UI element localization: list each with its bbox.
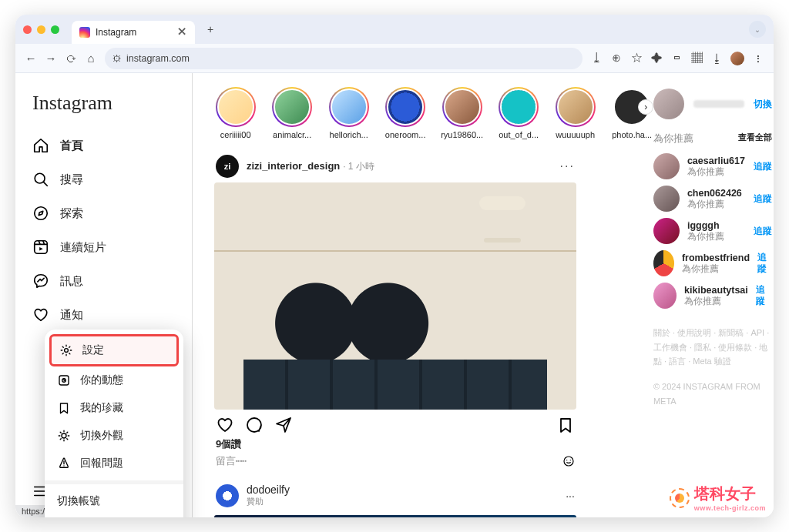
menu-item-label: 切換外觀 — [80, 429, 123, 443]
minimize-window-icon[interactable] — [37, 25, 45, 34]
sidebar-item-compass[interactable]: 探索 — [25, 196, 183, 230]
post-image[interactable] — [214, 182, 576, 410]
menu-item-label: 回報問題 — [80, 457, 123, 470]
suggestion-avatar[interactable] — [653, 283, 677, 309]
tab-close-icon[interactable]: ✕ — [177, 26, 187, 38]
suggestion-username[interactable]: chen062426 — [687, 188, 742, 199]
instagram-logo[interactable]: Instagram — [25, 92, 183, 129]
bookmark-icon — [57, 401, 71, 415]
sidebar-item-messenger[interactable]: 訊息 — [25, 264, 183, 298]
stories-next-button[interactable]: photo.ha... — [610, 87, 653, 139]
sidebar-item-home[interactable]: 首頁 — [25, 129, 183, 162]
main-column: ceriiiii00animalcr...hellorich...oneroom… — [193, 73, 774, 517]
tabs-dropdown-icon[interactable]: ⌄ — [749, 21, 766, 38]
extensions-icon[interactable]: ✦ — [650, 52, 663, 65]
share-icon[interactable] — [274, 416, 293, 434]
suggestion-avatar[interactable] — [653, 218, 680, 244]
install-app-icon[interactable]: ⤓ — [590, 52, 603, 65]
sidebar-item-search[interactable]: 搜尋 — [25, 162, 183, 196]
bookmark-star-icon[interactable]: ☆ — [630, 52, 643, 65]
footer-links: 關於 · 使用說明 · 新聞稿 · API · 工作機會 · 隱私 · 使用條款… — [653, 326, 772, 408]
kebab-menu-icon[interactable]: ⋮ — [752, 52, 764, 65]
story-item[interactable]: wuuuuuph — [554, 87, 597, 139]
address-bar[interactable]: ⚙ instagram.com — [105, 48, 583, 69]
reload-icon[interactable]: ⟳ — [65, 52, 77, 65]
suggestion-reason: 為你推薦 — [687, 231, 724, 243]
story-item[interactable]: ryu19860... — [441, 87, 484, 139]
suggestion-username[interactable]: caesarliu617 — [687, 156, 745, 166]
suggestion-avatar[interactable] — [653, 186, 680, 212]
story-item[interactable]: hellorich... — [327, 87, 371, 139]
suggestion-avatar[interactable] — [653, 153, 680, 179]
sponsored-avatar[interactable] — [216, 484, 239, 507]
story-username: ceriiiii00 — [220, 130, 251, 139]
suggestion-row: iggggh 為你推薦 追蹤 — [653, 218, 772, 244]
sidebar-item-label: 探索 — [60, 206, 83, 221]
story-username: wuuuuuph — [556, 130, 595, 139]
current-user-avatar[interactable] — [653, 89, 684, 119]
menu-switch-account[interactable]: 切換帳號 — [49, 487, 179, 515]
see-all-link[interactable]: 查看全部 — [738, 132, 772, 146]
post-options-icon[interactable]: ··· — [560, 159, 575, 173]
cast-icon[interactable]: ▭ — [670, 52, 683, 65]
sponsored-options-icon[interactable]: ··· — [566, 490, 575, 502]
post-author-username[interactable]: zizi_interior_design — [247, 160, 340, 172]
story-item[interactable]: animalcr... — [270, 87, 314, 139]
site-settings-icon[interactable]: ⚙ — [112, 53, 122, 64]
sponsored-post-header: dodoeilfy 贊助 ··· — [214, 476, 576, 510]
menu-item-report[interactable]: 回報問題 — [49, 450, 179, 477]
gear-icon — [59, 343, 73, 357]
home-icon[interactable]: ⌂ — [85, 52, 97, 65]
like-icon[interactable] — [216, 416, 234, 434]
feed-post: zi zizi_interior_design · 1 小時 ··· — [214, 150, 576, 517]
menu-item-theme[interactable]: 切換外觀 — [49, 422, 179, 450]
switch-account-link[interactable]: 切換 — [754, 98, 772, 111]
comment-input[interactable]: 留言⋯⋯ — [216, 454, 247, 468]
back-icon[interactable]: ← — [25, 52, 37, 65]
zoom-icon[interactable]: ⊕ — [610, 52, 623, 65]
theme-icon — [57, 429, 71, 443]
browser-tab[interactable]: Instagram ✕ — [72, 21, 195, 44]
follow-button[interactable]: 追蹤 — [754, 193, 772, 205]
window-controls[interactable] — [23, 25, 59, 34]
sidebar-item-heart[interactable]: 通知 — [25, 298, 183, 332]
sidebar-item-reels[interactable]: 連續短片 — [25, 230, 183, 264]
suggestion-reason: 為你推薦 — [687, 199, 742, 210]
suggestion-username[interactable]: iggggh — [687, 220, 724, 231]
suggestion-avatar[interactable] — [653, 250, 674, 276]
post-author-avatar[interactable]: zi — [216, 155, 239, 178]
menu-item-gear[interactable]: 設定 — [49, 334, 179, 366]
maximize-window-icon[interactable] — [51, 25, 59, 34]
stories-tray[interactable]: ceriiiii00animalcr...hellorich...oneroom… — [214, 81, 653, 144]
menu-item-activity[interactable]: 你的動態 — [49, 366, 179, 394]
story-item[interactable]: ceriiiii00 — [214, 87, 257, 139]
comment-icon[interactable] — [245, 416, 264, 434]
report-icon — [57, 457, 71, 470]
menu-item-bookmark[interactable]: 我的珍藏 — [49, 394, 179, 422]
save-icon[interactable] — [556, 416, 575, 434]
suggestion-reason: 為你推薦 — [682, 263, 750, 275]
story-item[interactable]: out_of_d... — [497, 87, 540, 139]
follow-button[interactable]: 追蹤 — [757, 252, 772, 275]
follow-button[interactable]: 追蹤 — [754, 161, 772, 172]
profile-avatar-icon[interactable] — [730, 52, 744, 65]
qr-icon[interactable]: ▦ — [690, 52, 703, 65]
story-username: hellorich... — [330, 130, 368, 139]
sidebar: Instagram 首頁搜尋探索連續短片訊息通知 更多 設定你的動態我的珍藏切換… — [15, 73, 193, 517]
suggestion-username[interactable]: kikibeautytsai — [684, 285, 748, 296]
sponsored-banner[interactable]: ▮ 類像高研院 DoDo EILFY 辦公精進 桌面有序效率 UP↗ — [214, 515, 576, 517]
emoji-icon[interactable] — [562, 455, 575, 467]
suggestion-username[interactable]: frombestfriend — [682, 253, 750, 263]
follow-button[interactable]: 追蹤 — [754, 226, 772, 237]
close-window-icon[interactable] — [23, 25, 32, 34]
right-rail: 切換 為你推薦 查看全部 caesarliu617 為你推薦 追蹤 chen06… — [653, 73, 774, 517]
sidebar-item-label: 搜尋 — [60, 172, 83, 187]
story-item[interactable]: oneroom... — [384, 87, 427, 139]
forward-icon[interactable]: → — [45, 52, 57, 65]
post-like-count[interactable]: 9個讚 — [214, 437, 576, 451]
new-tab-button[interactable]: + — [201, 20, 220, 38]
menu-divider — [45, 480, 183, 484]
follow-button[interactable]: 追蹤 — [756, 284, 772, 307]
sponsored-username[interactable]: dodoeilfy — [247, 483, 290, 496]
downloads-icon[interactable]: ⭳ — [710, 52, 723, 65]
